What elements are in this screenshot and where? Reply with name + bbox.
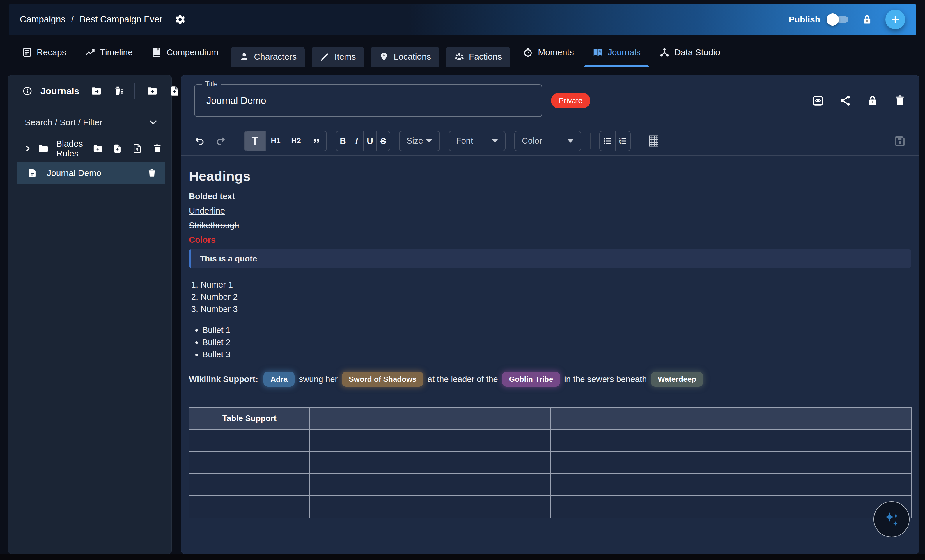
- trash-icon: [894, 95, 906, 107]
- table-cell[interactable]: [550, 496, 671, 518]
- bulk-delete-button[interactable]: [113, 86, 125, 96]
- lock-journal-button[interactable]: [866, 95, 879, 107]
- tab-label: Characters: [254, 52, 297, 62]
- journal-delete-button[interactable]: [147, 168, 157, 178]
- table-cell[interactable]: [430, 429, 550, 452]
- share-button[interactable]: [839, 95, 851, 107]
- bold-button[interactable]: B: [336, 131, 350, 151]
- editor-toolbar: T H1 H2 B I U S Size Font Color: [181, 126, 919, 156]
- save-button[interactable]: [894, 135, 906, 147]
- table-cell[interactable]: [189, 474, 310, 496]
- wikilink-badge-goblin-tribe[interactable]: Goblin Tribe: [502, 372, 560, 387]
- move-to-folder-button[interactable]: [91, 86, 102, 96]
- folder-row-blades-rules[interactable]: Blades Rules: [8, 138, 172, 159]
- tab-locations[interactable]: Locations: [371, 47, 439, 67]
- title-input[interactable]: Title Journal Demo: [194, 84, 542, 117]
- wikilink-text: at the leader of the: [428, 374, 498, 384]
- tab-factions[interactable]: Factions: [446, 47, 510, 67]
- table-cell[interactable]: [430, 496, 550, 518]
- table-cell[interactable]: [310, 496, 430, 518]
- table-header-cell[interactable]: [791, 407, 911, 429]
- campaign-lock-button[interactable]: [862, 14, 872, 25]
- delete-journal-button[interactable]: [894, 95, 906, 107]
- strikethrough-button[interactable]: S: [377, 131, 390, 151]
- new-journal-button[interactable]: [169, 86, 181, 96]
- insert-table-button[interactable]: [647, 134, 660, 148]
- table-cell[interactable]: [310, 429, 430, 452]
- bullet-list-button[interactable]: [600, 131, 615, 151]
- table-cell[interactable]: [671, 429, 791, 452]
- journal-editor-panel: Title Journal Demo Private T H1 H2: [181, 75, 919, 554]
- wikilink-badge-waterdeep[interactable]: Waterdeep: [651, 372, 703, 387]
- search-sort-filter-toggle[interactable]: Search / Sort / Filter: [8, 107, 172, 138]
- breadcrumb-campaigns[interactable]: Campaigns: [20, 14, 65, 25]
- table-cell[interactable]: [310, 452, 430, 474]
- journal-document-editor[interactable]: Headings Bolded text Underline Strikethr…: [181, 156, 919, 554]
- new-folder-button[interactable]: [147, 86, 158, 96]
- expand-folder-button[interactable]: [24, 145, 32, 152]
- table-cell[interactable]: [550, 474, 671, 496]
- paragraph-button[interactable]: T: [245, 131, 265, 151]
- breadcrumb-campaign-name[interactable]: Best Campaign Ever: [80, 14, 162, 25]
- table-cell[interactable]: [671, 474, 791, 496]
- tab-data-studio[interactable]: Data Studio: [650, 38, 729, 67]
- table-header-cell[interactable]: [671, 407, 791, 429]
- publish-toggle[interactable]: [828, 15, 849, 24]
- tab-recaps[interactable]: Recaps: [12, 38, 76, 67]
- table-cell[interactable]: [671, 496, 791, 518]
- undo-button[interactable]: [194, 135, 205, 147]
- table-cell[interactable]: [671, 452, 791, 474]
- tab-label: Factions: [469, 52, 502, 62]
- table-cell[interactable]: [791, 429, 911, 452]
- underline-button[interactable]: U: [363, 131, 377, 151]
- table-cell[interactable]: [310, 474, 430, 496]
- folder-new-journal-button[interactable]: [113, 144, 122, 153]
- heading2-button[interactable]: H2: [286, 131, 306, 151]
- heading1-button[interactable]: H1: [265, 131, 286, 151]
- tab-compendium[interactable]: Compendium: [142, 38, 227, 67]
- add-button[interactable]: [886, 10, 905, 29]
- table-header-cell[interactable]: [550, 407, 671, 429]
- wikilink-badge-sword-of-shadows[interactable]: Sword of Shadows: [342, 372, 423, 387]
- wikilink-badge-adra[interactable]: Adra: [264, 372, 295, 387]
- tab-label: Moments: [538, 47, 574, 57]
- redo-button[interactable]: [215, 135, 226, 147]
- table-cell[interactable]: [189, 496, 310, 518]
- chevron-down-icon: [148, 117, 158, 128]
- tab-items[interactable]: Items: [312, 47, 364, 67]
- blockquote-button[interactable]: [306, 131, 326, 151]
- table-row: [189, 452, 911, 474]
- color-dropdown[interactable]: Color: [514, 131, 581, 151]
- table-cell[interactable]: [430, 452, 550, 474]
- font-dropdown[interactable]: Font: [449, 131, 506, 151]
- table-header-cell[interactable]: Table Support: [189, 407, 310, 429]
- table-cell[interactable]: [189, 429, 310, 452]
- tab-characters[interactable]: Characters: [231, 47, 305, 67]
- share-icon: [839, 95, 851, 107]
- italic-button[interactable]: I: [350, 131, 363, 151]
- size-dropdown[interactable]: Size: [399, 131, 440, 151]
- folder-delete-button[interactable]: [152, 144, 162, 153]
- campaign-settings-button[interactable]: [175, 14, 186, 25]
- table-cell[interactable]: [430, 474, 550, 496]
- table-header-cell[interactable]: [310, 407, 430, 429]
- ai-assistant-button[interactable]: [874, 501, 910, 537]
- map-pin-icon: [379, 52, 389, 62]
- journals-info-button[interactable]: [23, 86, 32, 96]
- table-cell[interactable]: [189, 452, 310, 474]
- privacy-badge[interactable]: Private: [551, 93, 590, 108]
- journal-row-journal-demo[interactable]: Journal Demo: [17, 162, 165, 184]
- doc-bullet-list: Bullet 1 Bullet 2 Bullet 3: [189, 324, 911, 360]
- preview-button[interactable]: [812, 95, 824, 107]
- table-header-cell[interactable]: [430, 407, 550, 429]
- table-cell[interactable]: [550, 452, 671, 474]
- tab-journals[interactable]: Journals: [583, 38, 650, 67]
- table-cell[interactable]: [791, 452, 911, 474]
- folder-new-subfolder-button[interactable]: [93, 144, 103, 153]
- table-cell[interactable]: [791, 474, 911, 496]
- numbered-list-button[interactable]: [615, 131, 630, 151]
- table-cell[interactable]: [550, 429, 671, 452]
- tab-moments[interactable]: Moments: [514, 38, 583, 67]
- folder-import-button[interactable]: [133, 144, 142, 153]
- tab-timeline[interactable]: Timeline: [76, 38, 142, 67]
